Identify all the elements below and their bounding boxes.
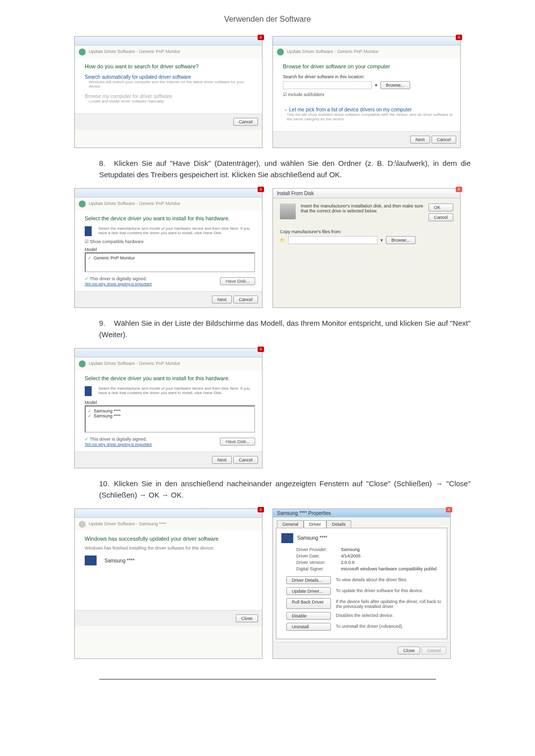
provider-label: Driver Provider:	[296, 547, 341, 552]
disable-button[interactable]: Disable	[286, 612, 331, 620]
driver-details-button[interactable]: Driver Details...	[286, 576, 331, 584]
window-control-close-icon[interactable]: X	[456, 187, 462, 192]
dialog-properties: Samsung **** PropertiesX General Driver …	[272, 508, 451, 659]
close-button[interactable]: Close	[236, 614, 258, 622]
device-name: Samsung ****	[297, 535, 327, 541]
show-compat-checkbox[interactable]: Show compatible hardware	[85, 239, 255, 244]
breadcrumb: Update Driver Software - Generic PnP Mon…	[89, 201, 180, 206]
list-item: Samsung ****	[88, 408, 252, 413]
model-list[interactable]: Samsung **** Samsung ****	[85, 405, 255, 433]
ok-button[interactable]: OK	[428, 203, 453, 211]
browse-button[interactable]: Browse...	[386, 236, 416, 244]
monitor-icon	[281, 533, 293, 543]
step9-text: Wählen Sie in der Liste der Bildschirme …	[99, 319, 471, 339]
cancel-button[interactable]: Cancel	[431, 136, 456, 144]
model-column-header: Model	[85, 247, 255, 252]
details-desc: To view details about the driver files.	[336, 576, 442, 584]
uninstall-button[interactable]: Uninstall	[286, 623, 331, 631]
step-number: 10.	[99, 478, 114, 490]
date-value: 4/14/2005	[341, 554, 361, 558]
update-desc: To update the driver software for this d…	[336, 587, 442, 595]
path-dropdown[interactable]	[288, 236, 377, 244]
install-instruction: Insert the manufacturer's installation d…	[301, 203, 424, 221]
back-icon[interactable]	[277, 49, 284, 55]
option-search-auto[interactable]: Search automatically for updated driver …	[85, 74, 255, 89]
version-label: Driver Version:	[296, 560, 341, 565]
dialog-select-driver-2: X Update Driver Software - Generic PnP M…	[74, 348, 263, 468]
have-disk-button[interactable]: Have Disk...	[220, 277, 255, 285]
window-control-close-icon[interactable]: X	[456, 35, 462, 40]
location-dropdown[interactable]	[283, 81, 372, 89]
page-header: Verwenden der Software	[50, 15, 485, 24]
back-icon[interactable]	[79, 360, 86, 367]
dialog-install-from-disk: Install From DiskX Insert the manufactur…	[272, 188, 461, 308]
close-button[interactable]: Close	[398, 647, 420, 655]
signing-link[interactable]: Tell me why driver signing is important	[85, 282, 152, 286]
option-browse-computer[interactable]: Browse my computer for driver software L…	[85, 94, 255, 103]
instruction-text: Select the manufacturer and model of you…	[99, 386, 255, 396]
rollback-button[interactable]: Roll Back Driver	[286, 598, 331, 609]
cancel-button[interactable]: Cancel	[428, 213, 453, 221]
rollback-desc: If the device fails after updating the d…	[336, 598, 442, 609]
signing-link[interactable]: Tell me why driver signing is important	[85, 442, 152, 447]
browse-button[interactable]: Browse...	[380, 81, 410, 89]
have-disk-button[interactable]: Have Disk...	[220, 438, 255, 446]
back-icon[interactable]	[79, 49, 86, 55]
signer-value: microsoft windows hardware compatibility…	[341, 566, 437, 571]
dialog-title: Install From DiskX	[273, 189, 460, 199]
option-let-me-pick[interactable]: → Let me pick from a list of device driv…	[283, 107, 453, 121]
next-button[interactable]: Next	[212, 296, 232, 303]
footer-divider	[99, 679, 436, 680]
tab-driver[interactable]: Driver	[304, 520, 326, 528]
tab-details[interactable]: Details	[326, 520, 351, 528]
signer-label: Digital Signer:	[296, 566, 341, 571]
success-heading: Windows has successfully updated your dr…	[85, 536, 255, 542]
step10-text: Klicken Sie in den anschießend nacheinan…	[99, 479, 471, 499]
cancel-button[interactable]: Cancel	[233, 118, 258, 126]
window-control-close-icon[interactable]: X	[258, 507, 264, 512]
dialog-search-method: X Update Driver Software - Generic PnP M…	[74, 36, 263, 148]
model-list[interactable]: Generic PnP Monitor	[85, 252, 255, 272]
instruction-text: Select the manufacturer and model of you…	[99, 226, 255, 236]
back-icon[interactable]	[79, 521, 86, 528]
monitor-icon	[85, 386, 92, 396]
back-icon[interactable]	[79, 201, 86, 207]
model-column-header: Model	[85, 400, 255, 405]
breadcrumb: Update Driver Software - Generic PnP Mon…	[89, 361, 180, 366]
cancel-button[interactable]: Cancel	[233, 296, 258, 303]
search-location-label: Search for driver software in this locat…	[283, 74, 453, 79]
breadcrumb: Update Driver Software - Generic PnP Mon…	[89, 49, 180, 54]
cancel-button[interactable]: Cancel	[233, 456, 258, 464]
copy-from-label: Copy manufacturer's files from:	[280, 229, 453, 234]
monitor-icon	[85, 555, 97, 565]
version-value: 2.0.0.0	[341, 560, 355, 565]
next-button[interactable]: Next	[212, 456, 232, 464]
dialog-heading: Select the device driver you want to ins…	[85, 375, 255, 381]
dialog-select-driver-1: X Update Driver Software - Generic PnP M…	[74, 188, 263, 308]
breadcrumb: Update Driver Software - Samsung ****	[89, 521, 166, 526]
shield-icon	[85, 437, 89, 442]
window-control-close-icon[interactable]: X	[258, 347, 264, 352]
step8-text: Klicken Sie auf "Have Disk" (Datenträger…	[99, 159, 471, 179]
signed-text: This driver is digitally signed.	[90, 276, 147, 281]
dialog-success: X Update Driver Software - Samsung **** …	[74, 508, 263, 659]
dialog-heading: Browse for driver software on your compu…	[283, 63, 453, 69]
dialog-heading: Select the device driver you want to ins…	[85, 215, 255, 221]
window-control-close-icon[interactable]: X	[258, 35, 264, 40]
dialog-browse-location: X Update Driver Software - Generic PnP M…	[272, 36, 461, 148]
update-driver-button[interactable]: Update Driver...	[286, 587, 331, 595]
window-control-close-icon[interactable]: X	[446, 507, 452, 512]
dialog-title: Samsung **** PropertiesX	[273, 509, 450, 517]
tab-general[interactable]: General	[277, 520, 304, 528]
shield-icon	[85, 276, 89, 281]
success-subtext: Windows has finished installing the driv…	[85, 546, 255, 551]
dialog-heading: How do you want to search for driver sof…	[85, 63, 255, 69]
next-button[interactable]: Next	[410, 136, 430, 144]
uninstall-desc: To uninstall the driver (Advanced).	[336, 623, 442, 631]
include-subfolders-checkbox[interactable]: Include subfolders	[283, 92, 453, 97]
provider-value: Samsung	[341, 547, 360, 552]
disk-icon	[280, 203, 296, 219]
window-control-close-icon[interactable]: X	[258, 187, 264, 192]
signed-text: This driver is digitally signed.	[90, 437, 147, 442]
step-number: 9.	[99, 318, 114, 329]
